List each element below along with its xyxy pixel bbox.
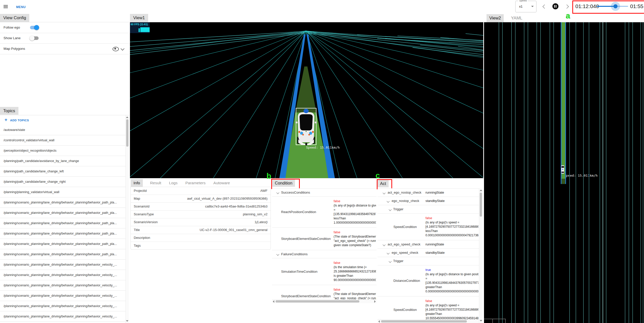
scroll-left-icon[interactable] [378, 320, 380, 323]
view1-3d-viewport[interactable]: 60 FPS (11-61) Speed: 15.011km/h [130, 22, 483, 178]
scrollbar-thumb[interactable] [381, 320, 467, 322]
condition-group-row[interactable]: FailureConditions [272, 250, 377, 258]
chevron-down-icon[interactable] [389, 208, 391, 211]
topic-item[interactable]: /perception/object_recognition/objects [0, 146, 125, 156]
info-row: Description [131, 234, 271, 242]
topic-item[interactable]: /control/control_validator/virtual_wall [0, 135, 125, 146]
view1-scene [130, 22, 483, 178]
slider-thumb[interactable] [613, 4, 618, 8]
tab-logs[interactable]: Logs [169, 179, 178, 187]
scroll-left-icon[interactable] [273, 300, 274, 303]
timeline-slider[interactable] [597, 2, 628, 10]
hamburger-menu-icon[interactable] [4, 5, 8, 9]
speed-overlay-view2: Speed: 15.011km/h [564, 174, 598, 177]
chevron-down-icon[interactable] [383, 243, 385, 246]
topic-item[interactable]: /planning/scenario_planning/lane_driving… [0, 239, 125, 249]
tab-parameters[interactable]: Parameters [185, 179, 206, 187]
scrollbar-thumb[interactable] [276, 300, 359, 303]
chevron-down-icon[interactable] [387, 251, 389, 254]
topic-item[interactable]: /autoware/state [0, 125, 125, 135]
info-row: ScenarioTypeplanning_sim_v2 [131, 211, 271, 218]
chevron-down-icon[interactable] [276, 253, 279, 256]
condition-value: false(Is the simulation time (=25.166666… [334, 261, 376, 282]
show-lane-toggle[interactable] [30, 36, 39, 40]
topic-item[interactable]: /planning/path_candidate/lane_change_rig… [0, 177, 125, 187]
step-forward-button[interactable] [565, 5, 569, 9]
act-node-row[interactable]: ego_speed_checkstandbyState [378, 249, 479, 257]
map-lane-line [540, 22, 541, 323]
topic-item[interactable]: /planning/path_candidate/lane_change_lef… [0, 166, 125, 177]
topic-item[interactable]: /planning/scenario_planning/lane_driving… [0, 322, 125, 323]
info-row-value: UC-v2-F-15-00006_001_case01_cmn_general [200, 228, 267, 232]
tab-info[interactable]: Info [131, 179, 143, 187]
map-lane-line [625, 22, 625, 323]
topic-item[interactable]: /planning/scenario_planning/lane_driving… [0, 197, 125, 208]
topic-item[interactable]: /planning/scenario_planning/lane_driving… [0, 228, 125, 239]
follow-ego-label: Follow ego [4, 26, 20, 29]
tab-yaml[interactable]: YAML [511, 14, 523, 22]
topic-item[interactable]: /planning/scenario_planning/lane_driving… [0, 208, 125, 218]
tab-view2[interactable]: View2 [487, 14, 504, 22]
scroll-down-icon[interactable] [126, 320, 128, 322]
chevron-down-icon[interactable] [276, 191, 279, 194]
map-lane-line [606, 22, 606, 323]
topic-item[interactable]: /planning/scenario_planning/lane_driving… [0, 270, 125, 280]
act-hscrollbar[interactable] [378, 319, 479, 323]
map-lane-line [528, 22, 528, 323]
scroll-down-icon[interactable] [480, 320, 482, 321]
fps-label: 60 FPS (11-61) [131, 23, 148, 26]
view2-3d-viewport[interactable]: Speed: 15.011km/h [484, 22, 644, 323]
scrollbar-thumb[interactable] [480, 193, 482, 217]
chevron-down-icon[interactable] [121, 47, 125, 51]
info-row: TitleUC-v2-F-15-00006_001_case01_cmn_gen… [131, 226, 271, 234]
condition-hscrollbar[interactable] [272, 299, 377, 303]
scroll-up-icon[interactable] [126, 117, 128, 118]
topic-item[interactable]: /planning/scenario_planning/lane_driving… [0, 301, 125, 311]
topic-item[interactable]: /planning/scenario_planning/lane_driving… [0, 249, 125, 260]
map-lane-line [536, 22, 537, 323]
act-node-row[interactable]: act_ego_nostop_checkrunningState [378, 189, 479, 197]
step-back-button[interactable] [543, 5, 547, 9]
topic-item[interactable]: /planning/path_candidate/avoidance_by_la… [0, 156, 125, 166]
act-node-row[interactable]: Trigger [378, 257, 479, 265]
tab-result[interactable]: Result [150, 179, 162, 187]
condition-status: false [334, 199, 376, 203]
view1-tab[interactable]: View1 [130, 14, 148, 22]
pause-button[interactable] [552, 3, 558, 9]
lane-line [130, 31, 306, 73]
topic-item[interactable]: /planning/planning_validator/virtual_wal… [0, 187, 125, 197]
map-polygons-row[interactable]: Map Polygons [0, 43, 129, 54]
topics-scrollbar[interactable] [125, 115, 129, 323]
condition-desc-line: lessThan [334, 216, 376, 221]
scroll-up-icon[interactable] [480, 190, 482, 191]
act-node-row[interactable]: act_ego_speed_checkrunningState [378, 240, 479, 249]
tab-autoware[interactable]: Autoware [213, 179, 230, 187]
topic-item[interactable]: /planning/scenario_planning/lane_driving… [0, 291, 125, 301]
topic-item[interactable]: /planning/scenario_planning/lane_driving… [0, 280, 125, 291]
follow-ego-toggle[interactable] [30, 26, 39, 29]
act-node-row[interactable]: Trigger [378, 205, 479, 214]
map-polygons-label: Map Polygons [4, 47, 25, 51]
topic-item[interactable]: /planning/scenario_planning/lane_driving… [0, 260, 125, 270]
condition-value: false(The state of StoryboardElement"act… [334, 288, 376, 300]
act-node-state: runningState [425, 191, 444, 194]
visibility-eye-icon[interactable] [113, 47, 119, 51]
chevron-down-icon[interactable] [383, 191, 385, 194]
scroll-right-icon[interactable] [374, 300, 376, 303]
map-lane-line [640, 22, 641, 323]
chevron-down-icon[interactable] [387, 200, 389, 202]
act-condition-desc-line: 10.5555450000000003996092345914801 [425, 316, 478, 319]
condition-row: StoryboardElementStateConditionfalse(The… [272, 285, 377, 300]
add-topics-button[interactable]: +ADD TOPICS [10, 119, 29, 122]
playback-speed-select[interactable]: Speed x1 [515, 1, 536, 12]
topic-item[interactable]: /planning/scenario_planning/lane_driving… [0, 218, 125, 228]
map-lane-line [583, 22, 584, 323]
chevron-down-icon[interactable] [389, 260, 391, 263]
scrollbar-thumb[interactable] [126, 119, 128, 147]
menu-button[interactable]: MENU [16, 5, 26, 9]
condition-group-row[interactable]: SuccessConditions [272, 189, 377, 197]
fps-bar-block [140, 27, 150, 32]
act-vscrollbar[interactable] [479, 188, 483, 323]
act-node-row[interactable]: ego_nostop_checkstandbyState [378, 197, 479, 205]
topic-item[interactable]: /planning/scenario_planning/lane_driving… [0, 311, 125, 322]
